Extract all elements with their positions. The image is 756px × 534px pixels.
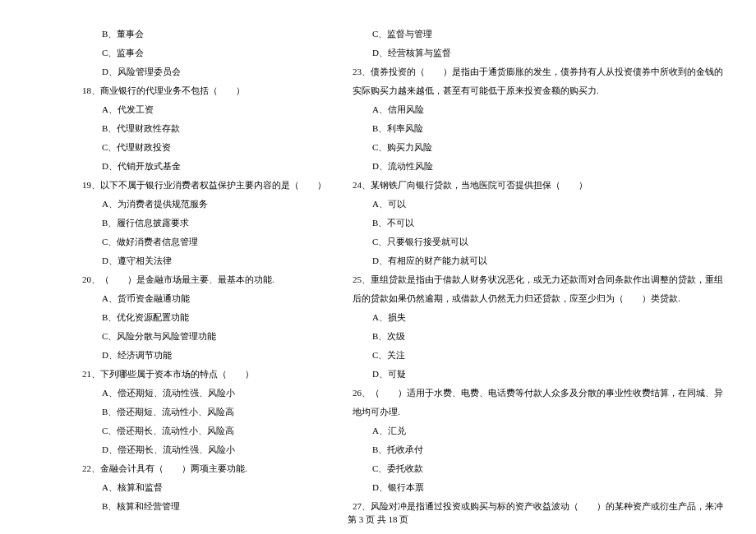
q22-option-d: D、经营核算与监督 [353,44,723,62]
q26-option-a: A、汇兑 [353,421,723,440]
q23-option-c: C、购买力风险 [353,138,723,157]
q23-option-d: D、流动性风险 [353,157,723,176]
q17-option-c: C、监事会 [82,44,328,62]
q24-stem: 24、某钢铁厂向银行贷款，当地医院可否提供担保（ ） [353,176,723,195]
q17-option-d: D、风险管理委员会 [82,62,328,81]
q25-stem-line1: 25、重组贷款是指由于借款人财务状况恶化，或无力还款而对合同条款作出调整的贷款，… [353,270,723,289]
q19-stem: 19、以下不属于银行业消费者权益保护主要内容的是（ ） [82,176,328,195]
page-container: B、董事会 C、监事会 D、风险管理委员会 18、商业银行的代理业务不包括（ ）… [0,0,756,516]
q23-stem-line2: 实际购买力越来越低，甚至有可能低于原来投资金额的购买力. [353,81,723,100]
q23-stem-line1: 23、债券投资的（ ）是指由于通货膨胀的发生，债券持有人从投资债券中所收到的金钱… [353,62,723,81]
q20-option-c: C、风险分散与风险管理功能 [82,327,328,346]
q21-option-c: C、偿还期长、流动性小、风险高 [82,421,328,440]
q25-option-d: D、可疑 [353,365,723,384]
q21-option-a: A、偿还期短、流动性强、风险小 [82,384,328,403]
q18-option-a: A、代发工资 [82,100,328,119]
q21-stem: 21、下列哪些属于资本市场的特点（ ） [82,365,328,384]
q18-option-c: C、代理财政投资 [82,138,328,157]
q24-option-c: C、只要银行接受就可以 [353,232,723,251]
q26-stem-line2: 地均可办理. [353,403,723,421]
q20-stem: 20、（ ）是金融市场最主要、最基本的功能. [82,270,328,289]
q19-option-b: B、履行信息披露要求 [82,214,328,232]
q26-option-b: B、托收承付 [353,440,723,459]
q21-option-d: D、偿还期长、流动性强、风险小 [82,440,328,459]
q25-stem-line2: 后的贷款如果仍然逾期，或借款人仍然无力归还贷款，应至少归为（ ）类贷款. [353,289,723,308]
q26-option-d: D、银行本票 [353,478,723,497]
q24-option-d: D、有相应的财产能力就可以 [353,251,723,270]
q22-stem: 22、金融会计具有（ ）两项主要功能. [82,459,328,478]
page-footer: 第 3 页 共 18 页 [0,513,756,526]
q18-option-b: B、代理财政性存款 [82,119,328,138]
q20-option-a: A、货币资金融通功能 [82,289,328,308]
q26-stem-line1: 26、（ ）适用于水费、电费、电话费等付款人众多及分散的事业性收费结算，在同城、… [353,384,723,403]
q22-option-a: A、核算和监督 [82,478,328,497]
q17-option-b: B、董事会 [82,25,328,44]
q24-option-b: B、不可以 [353,214,723,232]
left-column: B、董事会 C、监事会 D、风险管理委员会 18、商业银行的代理业务不包括（ ）… [82,25,328,516]
q25-option-b: B、次级 [353,327,723,346]
q19-option-a: A、为消费者提供规范服务 [82,195,328,214]
q25-option-a: A、损失 [353,308,723,327]
q20-option-b: B、优化资源配置功能 [82,308,328,327]
q18-stem: 18、商业银行的代理业务不包括（ ） [82,81,328,100]
q23-option-b: B、利率风险 [353,119,723,138]
q18-option-d: D、代销开放式基金 [82,157,328,176]
q20-option-d: D、经济调节功能 [82,346,328,365]
right-column: C、监督与管理 D、经营核算与监督 23、债券投资的（ ）是指由于通货膨胀的发生… [353,25,723,516]
q25-option-c: C、关注 [353,346,723,365]
q21-option-b: B、偿还期短、流动性小、风险高 [82,403,328,421]
q24-option-a: A、可以 [353,195,723,214]
q23-option-a: A、信用风险 [353,100,723,119]
q26-option-c: C、委托收款 [353,459,723,478]
q22-option-c: C、监督与管理 [353,25,723,44]
q19-option-c: C、做好消费者信息管理 [82,232,328,251]
q19-option-d: D、遵守相关法律 [82,251,328,270]
